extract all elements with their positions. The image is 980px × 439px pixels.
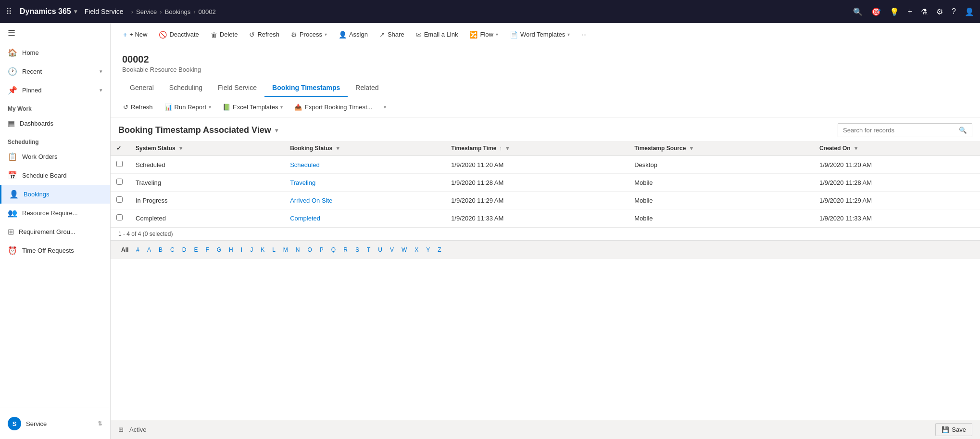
refresh-button[interactable]: ↺ Refresh <box>244 28 284 41</box>
booking-status-cell[interactable]: Arrived On Site <box>284 192 445 209</box>
alpha-link[interactable]: S <box>352 245 362 255</box>
share-button[interactable]: ↗ Share <box>375 28 409 41</box>
system-status-filter-icon[interactable]: ▼ <box>178 145 184 151</box>
user-icon[interactable]: 👤 <box>965 7 974 16</box>
row-checkbox[interactable] <box>116 161 123 167</box>
sidebar-item-home[interactable]: 🏠 Home <box>0 43 110 62</box>
alpha-link[interactable]: # <box>133 245 142 255</box>
row-checkbox-cell[interactable] <box>111 209 130 227</box>
alpha-link[interactable]: O <box>305 245 315 255</box>
timestamp-time-filter-icon[interactable]: ▼ <box>505 145 510 151</box>
settings-icon[interactable]: ⚙ <box>936 7 943 16</box>
sidebar-item-recent[interactable]: 🕐 Recent ▾ <box>0 62 110 81</box>
view-title[interactable]: Booking Timestamp Associated View ▾ <box>118 125 278 135</box>
sub-refresh-button[interactable]: ↺ Refresh <box>118 101 158 113</box>
lightbulb-icon[interactable]: 💡 <box>890 7 899 16</box>
created-on-filter-icon[interactable]: ▼ <box>854 145 859 151</box>
row-checkbox-cell[interactable] <box>111 156 130 174</box>
help-icon[interactable]: ? <box>952 7 956 16</box>
alpha-link[interactable]: G <box>214 245 224 255</box>
email-link-button[interactable]: ✉ Email a Link <box>411 28 463 41</box>
alpha-link[interactable]: P <box>317 245 327 255</box>
booking-status-link[interactable]: Scheduled <box>290 161 319 168</box>
alpha-link[interactable]: All <box>118 245 131 255</box>
sidebar-item-resource-require[interactable]: 👥 Resource Require... <box>0 204 110 222</box>
row-checkbox[interactable] <box>116 214 123 220</box>
booking-status-link[interactable]: Traveling <box>290 179 315 186</box>
word-templates-button[interactable]: 📄 Word Templates ▾ <box>505 28 575 41</box>
sidebar-item-dashboards[interactable]: ▦ Dashboards <box>0 114 110 133</box>
alpha-link[interactable]: L <box>269 245 278 255</box>
tab-booking-timestamps[interactable]: Booking Timestamps <box>264 79 348 97</box>
booking-status-cell[interactable]: Traveling <box>284 174 445 192</box>
brand-link[interactable]: Dynamics 365 ▾ <box>20 7 77 16</box>
save-button[interactable]: 💾 Save <box>935 423 972 436</box>
sidebar-item-work-orders[interactable]: 📋 Work Orders <box>0 147 110 166</box>
alpha-link[interactable]: M <box>280 245 291 255</box>
booking-status-cell[interactable]: Completed <box>284 209 445 227</box>
alpha-link[interactable]: Q <box>328 245 339 255</box>
sidebar-item-bookings[interactable]: 👤 Bookings <box>0 185 110 204</box>
sidebar-item-schedule-board[interactable]: 📅 Schedule Board <box>0 166 110 185</box>
deactivate-button[interactable]: 🚫 Deactivate <box>154 28 203 41</box>
tab-field-service[interactable]: Field Service <box>210 79 264 97</box>
row-checkbox[interactable] <box>116 179 123 185</box>
booking-status-filter-icon[interactable]: ▼ <box>335 145 340 151</box>
tab-scheduling[interactable]: Scheduling <box>162 79 210 97</box>
alpha-link[interactable]: H <box>226 245 236 255</box>
new-button[interactable]: + + New <box>118 28 152 41</box>
alpha-link[interactable]: R <box>340 245 351 255</box>
alpha-link[interactable]: Y <box>423 245 433 255</box>
export-button[interactable]: 📤 Export Booking Timest... <box>289 101 377 113</box>
alpha-link[interactable]: E <box>191 245 201 255</box>
alpha-link[interactable]: J <box>247 245 256 255</box>
alpha-link[interactable]: C <box>167 245 177 255</box>
search-input[interactable] <box>838 124 954 137</box>
alpha-link[interactable]: A <box>144 245 154 255</box>
alpha-link[interactable]: K <box>258 245 267 255</box>
sidebar-item-time-off[interactable]: ⏰ Time Off Requests <box>0 241 110 260</box>
run-report-button[interactable]: 📊 Run Report ▾ <box>160 101 216 113</box>
app-grid-icon[interactable]: ⠿ <box>6 6 12 17</box>
row-checkbox[interactable] <box>116 196 123 203</box>
booking-status-cell[interactable]: Scheduled <box>284 156 445 174</box>
tab-general[interactable]: General <box>122 79 162 97</box>
more-options-button[interactable]: ··· <box>577 28 591 41</box>
filter-icon[interactable]: ⚗ <box>921 7 928 16</box>
delete-button[interactable]: 🗑 Delete <box>206 28 243 41</box>
excel-templates-button[interactable]: 📗 Excel Templates ▾ <box>218 101 288 113</box>
booking-status-link[interactable]: Completed <box>290 215 320 222</box>
add-icon[interactable]: + <box>908 7 912 16</box>
row-checkbox-cell[interactable] <box>111 192 130 209</box>
export-more-button[interactable]: ▾ <box>379 102 391 112</box>
row-checkbox-cell[interactable] <box>111 174 130 192</box>
record-nav-icon[interactable]: ⊞ <box>118 426 124 433</box>
sidebar-service-item[interactable]: S Service ⇅ <box>0 412 110 435</box>
sidebar-item-requirement-group[interactable]: ⊞ Requirement Grou... <box>0 222 110 241</box>
tab-related[interactable]: Related <box>348 79 386 97</box>
alpha-link[interactable]: F <box>202 245 212 255</box>
booking-status-link[interactable]: Arrived On Site <box>290 197 332 204</box>
search-icon[interactable]: 🔍 <box>853 7 863 16</box>
alpha-link[interactable]: X <box>412 245 421 255</box>
alpha-link[interactable]: Z <box>435 245 444 255</box>
assign-button[interactable]: 👤 Assign <box>334 28 373 41</box>
alpha-link[interactable]: D <box>179 245 189 255</box>
process-button[interactable]: ⚙ Process ▾ <box>286 28 332 41</box>
alpha-link[interactable]: N <box>293 245 303 255</box>
alpha-link[interactable]: V <box>387 245 397 255</box>
flow-button[interactable]: 🔀 Flow ▾ <box>465 28 503 41</box>
pagination-row: All#ABCDEFGHIJKLMNOPQRSTUVWXYZ <box>111 240 980 259</box>
timestamp-time-sort-icon[interactable]: ↑ <box>499 145 502 151</box>
brand-chevron[interactable]: ▾ <box>74 8 77 15</box>
timestamp-source-filter-icon[interactable]: ▼ <box>689 145 694 151</box>
target-icon[interactable]: 🎯 <box>871 7 881 16</box>
alpha-link[interactable]: T <box>364 245 373 255</box>
sidebar-item-pinned[interactable]: 📌 Pinned ▾ <box>0 81 110 100</box>
alpha-link[interactable]: B <box>156 245 165 255</box>
sidebar-toggle[interactable]: ☰ <box>0 23 110 43</box>
alpha-link[interactable]: U <box>375 245 385 255</box>
alpha-link[interactable]: I <box>238 245 245 255</box>
search-button[interactable]: 🔍 <box>954 124 972 137</box>
alpha-link[interactable]: W <box>399 245 410 255</box>
